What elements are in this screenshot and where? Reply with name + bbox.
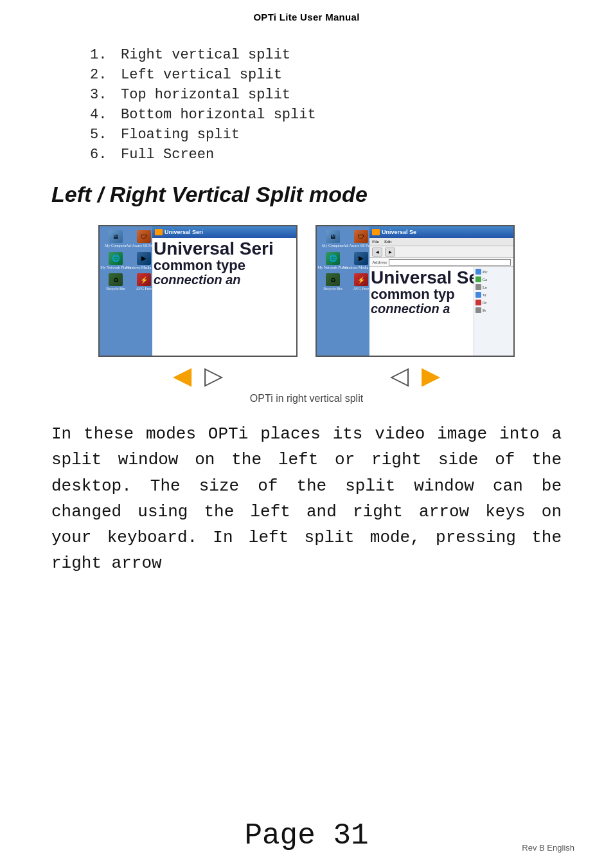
header-title: OPTi Lite User Manual (253, 12, 359, 23)
toolbar-fwd[interactable]: ▶ (385, 248, 395, 257)
list-text: Right vertical split (121, 47, 290, 63)
window-icon-r (372, 229, 380, 235)
toolbar-back[interactable]: ◀ (372, 248, 382, 257)
list-item: 5.Floating split (90, 127, 562, 143)
arrow-right-outline: ▷ (204, 363, 223, 388)
screenshot-caption: OPTi in right vertical split (51, 393, 562, 404)
desktop-icon-recycle: ♻ Recycle Bin (103, 273, 128, 291)
list-item: 6.Full Screen (90, 147, 562, 163)
list-item: 2.Left vertical split (90, 67, 562, 83)
page-footer: Page 31 Rev B English (0, 819, 613, 853)
screenshot-right: 🖥 My Computer 🛡 Ad-Aware SE Personal 🌐 M… (315, 225, 515, 357)
arrow-pair-left: ◀ ▷ (98, 363, 298, 388)
address-input[interactable] (389, 259, 511, 266)
window-sidebar: Pic Ga Lo Vi Or Pr (474, 267, 513, 356)
usb-text-right: Universal Se (371, 269, 472, 287)
list-text: Left vertical split (121, 67, 282, 83)
page-header: OPTi Lite User Manual (0, 0, 613, 29)
list-number: 3. (90, 87, 121, 103)
rev-label: Rev B English (522, 843, 574, 853)
list-number: 6. (90, 147, 121, 163)
desktop-icon-computer-r: 🖥 My Computer (321, 230, 345, 248)
arrow-pair-right: ◁ ▶ (315, 363, 515, 388)
window-icon (155, 229, 163, 235)
screenshot-left: 🖥 My Computer 🛡 Ad-Aware SE Personal 🌐 M… (98, 225, 298, 357)
list-item: 4.Bottom horizontal split (90, 107, 562, 123)
list-number: 5. (90, 127, 121, 143)
arrow-left-solid: ◀ (173, 363, 191, 388)
list-text: Full Screen (121, 147, 214, 163)
arrows-row: ◀ ▷ ◁ ▶ (51, 363, 562, 388)
usb-text-left: Universal Seri (154, 240, 295, 258)
list-text: Floating split (121, 127, 240, 143)
section-heading: Left / Right Vertical Split mode (51, 182, 562, 207)
common-text-right: common typ (371, 287, 472, 302)
common-text-left: common type (154, 258, 295, 273)
connection-text-right: connection a (371, 302, 472, 315)
desktop-icon-recycle-r: ♻ Recycle Bin (321, 273, 345, 291)
desktop-icon-computer: 🖥 My Computer (103, 230, 128, 248)
arrow-left-outline: ◁ (390, 363, 409, 388)
list-number: 1. (90, 47, 121, 63)
list-number: 4. (90, 107, 121, 123)
menu-file[interactable]: File (372, 239, 379, 244)
window-title-right: Universal Se (382, 229, 416, 235)
numbered-list: 1.Right vertical split2.Left vertical sp… (90, 47, 562, 163)
menu-edit[interactable]: Edit (384, 239, 392, 244)
desktop-icon-network-r: 🌐 My Network Places (321, 252, 345, 270)
screenshots-row: 🖥 My Computer 🛡 Ad-Aware SE Personal 🌐 M… (51, 225, 562, 357)
arrow-right-solid: ▶ (422, 363, 440, 388)
body-text: In these modes OPTi places its video ima… (51, 421, 562, 577)
window-title-left: Universal Seri (164, 229, 203, 235)
list-text: Top horizontal split (121, 87, 290, 103)
connection-text-left: connection an (154, 273, 295, 286)
address-label: Address (372, 260, 387, 265)
list-item: 3.Top horizontal split (90, 87, 562, 103)
list-text: Bottom horizontal split (121, 107, 316, 123)
desktop-icon-network: 🌐 My Network Places (103, 252, 128, 270)
list-number: 2. (90, 67, 121, 83)
page-number: Page 31 (244, 819, 368, 853)
list-item: 1.Right vertical split (90, 47, 562, 63)
